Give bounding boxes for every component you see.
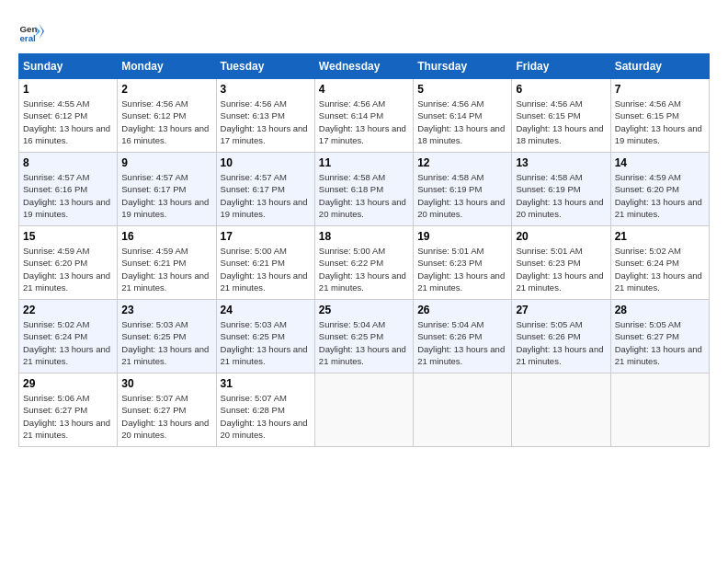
daylight-label: Daylight: 13 hours and 21 minutes. bbox=[319, 344, 406, 366]
weekday-header-cell: Monday bbox=[118, 54, 216, 79]
calendar-day-cell: 3 Sunrise: 4:56 AM Sunset: 6:13 PM Dayli… bbox=[216, 79, 314, 153]
day-info: Sunrise: 5:04 AM Sunset: 6:26 PM Dayligh… bbox=[417, 318, 507, 367]
calendar-day-cell: 4 Sunrise: 4:56 AM Sunset: 6:14 PM Dayli… bbox=[314, 79, 413, 153]
sunset-label: Sunset: 6:27 PM bbox=[615, 331, 679, 341]
day-number: 13 bbox=[516, 156, 606, 169]
day-number: 2 bbox=[121, 83, 211, 96]
sunrise-label: Sunrise: 4:56 AM bbox=[319, 98, 385, 109]
day-info: Sunrise: 5:03 AM Sunset: 6:25 PM Dayligh… bbox=[221, 318, 311, 367]
sunrise-label: Sunrise: 4:56 AM bbox=[417, 98, 483, 109]
daylight-label: Daylight: 13 hours and 21 minutes. bbox=[221, 344, 308, 366]
day-number: 16 bbox=[121, 230, 211, 243]
daylight-label: Daylight: 13 hours and 16 minutes. bbox=[121, 123, 209, 145]
day-info: Sunrise: 4:56 AM Sunset: 6:15 PM Dayligh… bbox=[516, 98, 606, 146]
calendar-day-cell: 12 Sunrise: 4:58 AM Sunset: 6:19 PM Dayl… bbox=[414, 153, 512, 226]
calendar-day-cell: 7 Sunrise: 4:56 AM Sunset: 6:15 PM Dayli… bbox=[610, 79, 709, 153]
sunset-label: Sunset: 6:20 PM bbox=[615, 184, 679, 194]
sunset-label: Sunset: 6:18 PM bbox=[319, 184, 383, 194]
calendar-day-cell: 29 Sunrise: 5:06 AM Sunset: 6:27 PM Dayl… bbox=[19, 373, 118, 447]
sunrise-label: Sunrise: 5:01 AM bbox=[516, 246, 582, 256]
sunrise-label: Sunrise: 5:07 AM bbox=[221, 393, 287, 403]
sunrise-label: Sunrise: 4:57 AM bbox=[23, 172, 89, 182]
sunrise-label: Sunrise: 5:01 AM bbox=[417, 246, 483, 256]
sunset-label: Sunset: 6:19 PM bbox=[417, 184, 482, 194]
calendar-day-cell: 13 Sunrise: 4:58 AM Sunset: 6:19 PM Dayl… bbox=[512, 153, 610, 226]
day-number: 15 bbox=[23, 230, 113, 243]
sunrise-label: Sunrise: 4:56 AM bbox=[516, 98, 582, 109]
day-info: Sunrise: 5:01 AM Sunset: 6:23 PM Dayligh… bbox=[417, 245, 507, 293]
day-number: 14 bbox=[615, 156, 705, 169]
day-info: Sunrise: 5:05 AM Sunset: 6:27 PM Dayligh… bbox=[615, 318, 705, 367]
day-number: 10 bbox=[221, 156, 311, 169]
sunset-label: Sunset: 6:24 PM bbox=[23, 331, 87, 341]
sunrise-label: Sunrise: 5:04 AM bbox=[417, 319, 483, 329]
daylight-label: Daylight: 13 hours and 18 minutes. bbox=[417, 123, 505, 145]
sunrise-label: Sunrise: 4:55 AM bbox=[23, 98, 89, 109]
sunset-label: Sunset: 6:24 PM bbox=[615, 258, 679, 268]
day-info: Sunrise: 4:59 AM Sunset: 6:20 PM Dayligh… bbox=[615, 171, 705, 220]
sunrise-label: Sunrise: 5:00 AM bbox=[221, 246, 287, 256]
sunset-label: Sunset: 6:14 PM bbox=[417, 110, 482, 121]
sunrise-label: Sunrise: 5:03 AM bbox=[121, 319, 188, 329]
daylight-label: Daylight: 13 hours and 21 minutes. bbox=[417, 344, 505, 366]
calendar-day-cell: 11 Sunrise: 4:58 AM Sunset: 6:18 PM Dayl… bbox=[314, 153, 413, 226]
daylight-label: Daylight: 13 hours and 19 minutes. bbox=[615, 123, 702, 145]
calendar-day-cell: 10 Sunrise: 4:57 AM Sunset: 6:17 PM Dayl… bbox=[216, 153, 314, 226]
daylight-label: Daylight: 13 hours and 20 minutes. bbox=[319, 197, 406, 219]
weekday-header-cell: Saturday bbox=[610, 54, 709, 79]
calendar-day-cell: 24 Sunrise: 5:03 AM Sunset: 6:25 PM Dayl… bbox=[216, 300, 314, 373]
day-number: 29 bbox=[23, 377, 113, 390]
daylight-label: Daylight: 13 hours and 17 minutes. bbox=[221, 123, 308, 145]
day-info: Sunrise: 5:04 AM Sunset: 6:25 PM Dayligh… bbox=[319, 318, 409, 367]
calendar-week-row: 8 Sunrise: 4:57 AM Sunset: 6:16 PM Dayli… bbox=[19, 153, 710, 226]
sunrise-label: Sunrise: 4:57 AM bbox=[221, 172, 287, 182]
day-info: Sunrise: 4:58 AM Sunset: 6:18 PM Dayligh… bbox=[319, 171, 409, 220]
calendar-day-cell bbox=[314, 373, 413, 447]
day-info: Sunrise: 4:56 AM Sunset: 6:15 PM Dayligh… bbox=[615, 98, 705, 146]
sunrise-label: Sunrise: 4:56 AM bbox=[221, 98, 287, 109]
calendar-day-cell: 9 Sunrise: 4:57 AM Sunset: 6:17 PM Dayli… bbox=[118, 153, 216, 226]
calendar-day-cell: 15 Sunrise: 4:59 AM Sunset: 6:20 PM Dayl… bbox=[19, 226, 118, 300]
weekday-header-row: SundayMondayTuesdayWednesdayThursdayFrid… bbox=[19, 54, 710, 79]
day-info: Sunrise: 4:55 AM Sunset: 6:12 PM Dayligh… bbox=[23, 98, 113, 146]
day-info: Sunrise: 4:56 AM Sunset: 6:14 PM Dayligh… bbox=[417, 98, 507, 146]
day-info: Sunrise: 5:03 AM Sunset: 6:25 PM Dayligh… bbox=[121, 318, 211, 367]
daylight-label: Daylight: 13 hours and 19 minutes. bbox=[121, 197, 209, 219]
daylight-label: Daylight: 13 hours and 21 minutes. bbox=[417, 270, 505, 293]
daylight-label: Daylight: 13 hours and 21 minutes. bbox=[319, 270, 406, 293]
sunrise-label: Sunrise: 5:05 AM bbox=[615, 319, 681, 329]
sunset-label: Sunset: 6:13 PM bbox=[221, 110, 285, 121]
calendar-day-cell: 28 Sunrise: 5:05 AM Sunset: 6:27 PM Dayl… bbox=[610, 300, 709, 373]
calendar-day-cell: 5 Sunrise: 4:56 AM Sunset: 6:14 PM Dayli… bbox=[414, 79, 512, 153]
daylight-label: Daylight: 13 hours and 21 minutes. bbox=[23, 344, 110, 366]
logo-icon: Gen eral bbox=[18, 18, 44, 44]
day-number: 19 bbox=[417, 230, 507, 243]
daylight-label: Daylight: 13 hours and 20 minutes. bbox=[121, 418, 209, 440]
calendar-day-cell: 19 Sunrise: 5:01 AM Sunset: 6:23 PM Dayl… bbox=[414, 226, 512, 300]
day-number: 25 bbox=[319, 304, 409, 316]
calendar-day-cell: 21 Sunrise: 5:02 AM Sunset: 6:24 PM Dayl… bbox=[610, 226, 709, 300]
weekday-header-cell: Thursday bbox=[414, 54, 512, 79]
calendar-day-cell: 22 Sunrise: 5:02 AM Sunset: 6:24 PM Dayl… bbox=[19, 300, 118, 373]
sunset-label: Sunset: 6:12 PM bbox=[23, 110, 87, 121]
sunrise-label: Sunrise: 4:57 AM bbox=[121, 172, 188, 182]
weekday-header-cell: Friday bbox=[512, 54, 610, 79]
day-number: 31 bbox=[221, 377, 311, 390]
calendar-day-cell: 26 Sunrise: 5:04 AM Sunset: 6:26 PM Dayl… bbox=[414, 300, 512, 373]
day-number: 28 bbox=[615, 304, 705, 316]
sunrise-label: Sunrise: 5:04 AM bbox=[319, 319, 385, 329]
calendar-day-cell: 14 Sunrise: 4:59 AM Sunset: 6:20 PM Dayl… bbox=[610, 153, 709, 226]
day-number: 23 bbox=[121, 304, 211, 316]
calendar-day-cell: 27 Sunrise: 5:05 AM Sunset: 6:26 PM Dayl… bbox=[512, 300, 610, 373]
sunset-label: Sunset: 6:23 PM bbox=[417, 258, 482, 268]
sunset-label: Sunset: 6:26 PM bbox=[417, 331, 482, 341]
sunrise-label: Sunrise: 4:58 AM bbox=[417, 172, 483, 182]
sunset-label: Sunset: 6:17 PM bbox=[221, 184, 285, 194]
daylight-label: Daylight: 13 hours and 21 minutes. bbox=[615, 197, 702, 219]
day-number: 20 bbox=[516, 230, 606, 243]
calendar-day-cell: 17 Sunrise: 5:00 AM Sunset: 6:21 PM Dayl… bbox=[216, 226, 314, 300]
day-info: Sunrise: 5:00 AM Sunset: 6:21 PM Dayligh… bbox=[221, 245, 311, 293]
day-info: Sunrise: 4:56 AM Sunset: 6:13 PM Dayligh… bbox=[221, 98, 311, 146]
day-info: Sunrise: 5:02 AM Sunset: 6:24 PM Dayligh… bbox=[23, 318, 113, 367]
sunrise-label: Sunrise: 4:56 AM bbox=[615, 98, 681, 109]
